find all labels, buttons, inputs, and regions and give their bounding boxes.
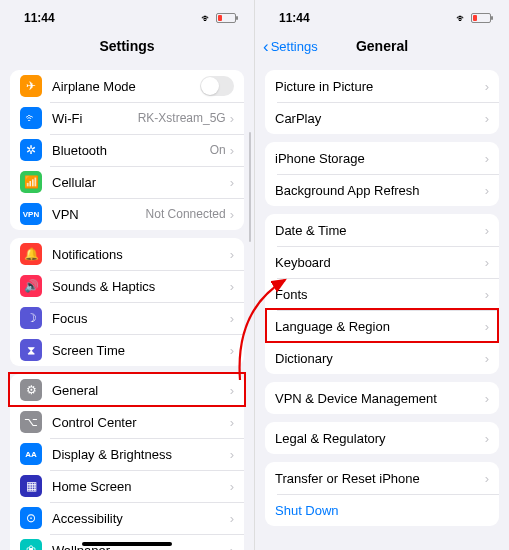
list-row[interactable]: Fonts› — [265, 278, 499, 310]
settings-root-screen: 11:44 ᯤ Settings ✈Airplane ModeᯤWi-FiRK-… — [0, 0, 254, 550]
back-button[interactable]: ‹ Settings — [263, 38, 318, 55]
general-list[interactable]: Picture in Picture›CarPlay›iPhone Storag… — [255, 62, 509, 550]
cellular-icon: 📶 — [20, 171, 42, 193]
settings-group: Transfer or Reset iPhone›Shut Down — [265, 462, 499, 526]
row-label: iPhone Storage — [275, 151, 485, 166]
settings-group: ⚙General›⌥Control Center›AADisplay & Bri… — [10, 374, 244, 550]
chevron-left-icon: ‹ — [263, 38, 269, 55]
display-icon: AA — [20, 443, 42, 465]
row-label: VPN & Device Management — [275, 391, 485, 406]
row-label: Bluetooth — [52, 143, 210, 158]
list-row[interactable]: CarPlay› — [265, 102, 499, 134]
row-label: Keyboard — [275, 255, 485, 270]
chevron-right-icon: › — [485, 287, 489, 302]
nav-bar: Settings — [0, 30, 254, 62]
row-label: Picture in Picture — [275, 79, 485, 94]
notifications-icon: 🔔 — [20, 243, 42, 265]
list-row[interactable]: ⚙General› — [10, 374, 244, 406]
settings-list[interactable]: ✈Airplane ModeᯤWi-FiRK-Xstream_5G›✲Bluet… — [0, 62, 254, 550]
row-label: Airplane Mode — [52, 79, 200, 94]
row-label: Home Screen — [52, 479, 230, 494]
list-row[interactable]: VPNVPNNot Connected› — [10, 198, 244, 230]
chevron-right-icon: › — [485, 391, 489, 406]
row-label: Control Center — [52, 415, 230, 430]
row-label: General — [52, 383, 230, 398]
chevron-right-icon: › — [485, 151, 489, 166]
list-row[interactable]: VPN & Device Management› — [265, 382, 499, 414]
list-row[interactable]: ᯤWi-FiRK-Xstream_5G› — [10, 102, 244, 134]
settings-group: 🔔Notifications›🔊Sounds & Haptics›☽Focus›… — [10, 238, 244, 366]
row-label: Fonts — [275, 287, 485, 302]
list-row[interactable]: iPhone Storage› — [265, 142, 499, 174]
list-row[interactable]: 🔊Sounds & Haptics› — [10, 270, 244, 302]
settings-group: VPN & Device Management› — [265, 382, 499, 414]
list-row[interactable]: Language & Region› — [265, 310, 499, 342]
chevron-right-icon: › — [485, 255, 489, 270]
toggle-switch[interactable] — [200, 76, 234, 96]
chevron-right-icon: › — [230, 447, 234, 462]
list-row[interactable]: Picture in Picture› — [265, 70, 499, 102]
settings-group: Legal & Regulatory› — [265, 422, 499, 454]
list-row[interactable]: Shut Down — [265, 494, 499, 526]
sounds-icon: 🔊 — [20, 275, 42, 297]
chevron-right-icon: › — [485, 183, 489, 198]
list-row[interactable]: ▦Home Screen› — [10, 470, 244, 502]
list-row[interactable]: 🔔Notifications› — [10, 238, 244, 270]
list-row[interactable]: Date & Time› — [265, 214, 499, 246]
list-row[interactable]: Background App Refresh› — [265, 174, 499, 206]
list-row[interactable]: Keyboard› — [265, 246, 499, 278]
row-label: Screen Time — [52, 343, 230, 358]
homescreen-icon: ▦ — [20, 475, 42, 497]
row-label: Cellular — [52, 175, 230, 190]
row-label: Accessibility — [52, 511, 230, 526]
chevron-right-icon: › — [230, 343, 234, 358]
page-title: Settings — [99, 38, 154, 54]
chevron-right-icon: › — [485, 351, 489, 366]
battery-icon — [216, 13, 236, 23]
home-indicator[interactable] — [82, 542, 172, 546]
list-row[interactable]: ✲BluetoothOn› — [10, 134, 244, 166]
chevron-right-icon: › — [485, 79, 489, 94]
chevron-right-icon: › — [230, 383, 234, 398]
row-label: Display & Brightness — [52, 447, 230, 462]
vpn-icon: VPN — [20, 203, 42, 225]
row-value: RK-Xstream_5G — [138, 111, 226, 125]
list-row[interactable]: ✈Airplane Mode — [10, 70, 244, 102]
battery-icon — [471, 13, 491, 23]
list-row[interactable]: ⧗Screen Time› — [10, 334, 244, 366]
wallpaper-icon: ❀ — [20, 539, 42, 550]
row-label: Language & Region — [275, 319, 485, 334]
list-row[interactable]: 📶Cellular› — [10, 166, 244, 198]
status-time: 11:44 — [24, 11, 55, 25]
list-row[interactable]: Legal & Regulatory› — [265, 422, 499, 454]
scrollbar[interactable] — [249, 132, 251, 242]
row-label: Transfer or Reset iPhone — [275, 471, 485, 486]
chevron-right-icon: › — [230, 479, 234, 494]
list-row[interactable]: ⊙Accessibility› — [10, 502, 244, 534]
list-row[interactable]: AADisplay & Brightness› — [10, 438, 244, 470]
row-label: Shut Down — [275, 503, 489, 518]
list-row[interactable]: Transfer or Reset iPhone› — [265, 462, 499, 494]
row-label: CarPlay — [275, 111, 485, 126]
settings-group: Picture in Picture›CarPlay› — [265, 70, 499, 134]
focus-icon: ☽ — [20, 307, 42, 329]
wifi-status-icon: ᯤ — [456, 12, 467, 24]
chevron-right-icon: › — [230, 279, 234, 294]
airplane-icon: ✈ — [20, 75, 42, 97]
list-row[interactable]: Dictionary› — [265, 342, 499, 374]
nav-bar: ‹ Settings General — [255, 30, 509, 62]
chevron-right-icon: › — [230, 175, 234, 190]
screentime-icon: ⧗ — [20, 339, 42, 361]
status-bar: 11:44 ᯤ — [255, 0, 509, 30]
row-value: On — [210, 143, 226, 157]
general-icon: ⚙ — [20, 379, 42, 401]
chevron-right-icon: › — [230, 543, 234, 551]
chevron-right-icon: › — [230, 143, 234, 158]
row-value: Not Connected — [146, 207, 226, 221]
row-label: Dictionary — [275, 351, 485, 366]
chevron-right-icon: › — [485, 431, 489, 446]
chevron-right-icon: › — [230, 415, 234, 430]
status-time: 11:44 — [279, 11, 310, 25]
list-row[interactable]: ⌥Control Center› — [10, 406, 244, 438]
list-row[interactable]: ☽Focus› — [10, 302, 244, 334]
